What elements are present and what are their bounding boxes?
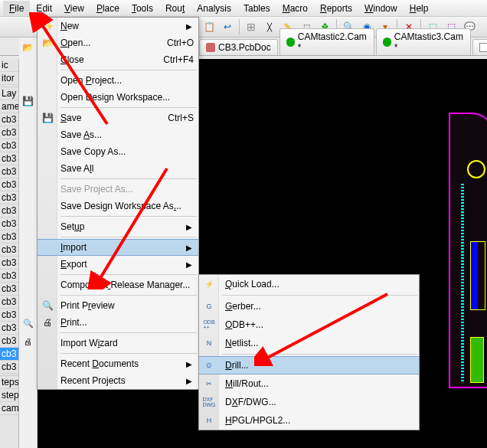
menu-item-print-preview[interactable]: 🔍Print Preview (38, 297, 198, 314)
tab-log-201[interactable]: Log_201 (472, 39, 487, 55)
menu-separator (60, 70, 197, 70)
menu-item-import[interactable]: Import▶ (38, 239, 198, 256)
submenu-item-hpgl-hpgl2[interactable]: HHPGL/HPGL2... (199, 411, 419, 430)
tab-cb3-pcbdoc[interactable]: CB3.PcbDoc (199, 39, 278, 55)
toolbar-btn[interactable]: ↩ (219, 18, 236, 35)
left-item[interactable]: cb3 (0, 152, 18, 165)
menu-item-save-as[interactable]: Save As... (38, 126, 198, 143)
left-item[interactable]: cb3 (0, 335, 18, 348)
left-item[interactable]: cb3 (0, 217, 18, 231)
left-item[interactable]: cb3 (0, 165, 18, 178)
submenu-item-label: Quick Load... (225, 279, 279, 289)
menu-analysis[interactable]: Analysis (191, 1, 237, 16)
submenu-item-mill-rout[interactable]: ✂Mill/Rout... (199, 374, 419, 393)
menu-separator (222, 295, 417, 296)
menu-tools[interactable]: Tools (126, 1, 159, 16)
menu-separator (60, 332, 197, 333)
left-item[interactable]: cb3 (0, 178, 18, 191)
menu-separator (60, 216, 197, 217)
left-item[interactable]: itor (0, 72, 18, 85)
menu-item-print[interactable]: 🖨Print... (38, 314, 198, 331)
menu-separator (222, 354, 417, 355)
menu-place[interactable]: Place (90, 1, 126, 16)
menu-item-label: Save Copy As... (60, 146, 126, 157)
submenu-item-label: Drill... (225, 360, 249, 371)
left-item[interactable]: cb3 (0, 361, 18, 374)
submenu-item-label: Netlist... (225, 338, 258, 348)
menu-help[interactable]: Help (404, 1, 435, 16)
left-item[interactable]: cb3 (0, 244, 18, 257)
menu-item-open[interactable]: 📂Open...Ctrl+O (38, 34, 198, 51)
toolbar-btn[interactable]: ⊞ (243, 18, 260, 35)
submenu-arrow-icon: ▶ (186, 360, 192, 368)
menu-rout[interactable]: Rout (159, 1, 191, 16)
menu-item-save[interactable]: 💾SaveCtrl+S (38, 110, 198, 126)
left-item[interactable]: cb3 (0, 296, 18, 309)
save-icon: 💾 (41, 112, 54, 124)
submenu-arrow-icon: ▶ (186, 260, 192, 269)
menu-edit[interactable]: Edit (30, 1, 58, 16)
left-item[interactable]: cb3 (0, 126, 18, 139)
menu-item-label: Print Preview (60, 300, 115, 311)
menu-item-import-wizard[interactable]: Import Wizard (38, 335, 198, 352)
left-item[interactable]: ame (0, 100, 18, 113)
left-item[interactable]: cam (0, 402, 18, 415)
save-icon[interactable]: 💾 (21, 94, 35, 108)
menu-item-open-design-workspace[interactable]: Open Design Workspace... (38, 89, 198, 106)
left-item[interactable]: cb3 (0, 283, 18, 296)
left-item[interactable]: cb3 (0, 348, 18, 361)
left-item[interactable]: ic (0, 59, 18, 72)
menu-item-export[interactable]: Export▶ (38, 256, 198, 273)
left-item[interactable]: Lay (0, 87, 18, 100)
print-icon[interactable]: 🖨 (21, 335, 35, 348)
menu-item-label: Component Release Manager... (60, 280, 190, 290)
menu-item-label: Save As... (60, 129, 102, 140)
left-item[interactable]: cb3 (0, 270, 18, 283)
left-item[interactable]: cb3 (0, 322, 18, 335)
drill-icon: ⊙ (203, 359, 215, 371)
pcb-outline (449, 113, 487, 388)
submenu-item-label: DXF/DWG... (225, 397, 276, 407)
left-item[interactable]: cb3 (0, 139, 18, 152)
toolbar-btn[interactable]: 📋 (201, 18, 217, 35)
submenu-item-drill[interactable]: ⊙Drill... (199, 356, 419, 374)
submenu-item-quick-load[interactable]: ⚡Quick Load... (199, 275, 419, 293)
toolbar-divider (239, 19, 240, 34)
left-item[interactable]: cb3 (0, 191, 18, 204)
menu-item-save-design-workspace-as[interactable]: Save Design Workspace As... (38, 198, 198, 214)
menu-item-save-all[interactable]: Save All (38, 160, 198, 177)
menu-item-recent-documents[interactable]: Recent Documents▶ (38, 355, 198, 372)
left-item[interactable]: cb3 (0, 257, 18, 270)
preview-icon[interactable]: 🔍 (21, 316, 35, 330)
menu-item-close[interactable]: CloseCtrl+F4 (38, 51, 198, 68)
left-item[interactable]: cb3 (0, 231, 18, 244)
left-item[interactable]: step (0, 389, 18, 402)
toolbar-btn[interactable]: ╳ (261, 18, 278, 35)
left-item[interactable]: cb3 (0, 113, 18, 126)
menu-item-recent-projects[interactable]: Recent Projects▶ (38, 372, 198, 389)
menu-item-setup[interactable]: Setup▶ (38, 218, 198, 235)
menu-separator (60, 353, 197, 354)
submenu-item-dxf-dwg[interactable]: DXFDWGDXF/DWG... (199, 393, 419, 411)
submenu-item-odb[interactable]: ODB++ODB++... (199, 316, 419, 334)
tab-camtastic3-cam-[interactable]: CAMtastic3.Cam * (376, 28, 471, 55)
open-folder-icon[interactable]: 📂 (21, 41, 35, 54)
menu-file[interactable]: File (3, 1, 30, 16)
submenu-item-netlist[interactable]: NNetlist... (199, 334, 419, 352)
left-item[interactable]: cb3 (0, 204, 18, 217)
menu-item-new[interactable]: ✨New▶ (38, 18, 198, 34)
new-icon: ✨ (41, 20, 54, 32)
menu-tables[interactable]: Tables (237, 1, 276, 16)
menu-reports[interactable]: Reports (314, 1, 358, 16)
menu-view[interactable]: View (58, 1, 90, 16)
left-item[interactable]: teps (0, 376, 18, 389)
menu-item-open-project[interactable]: Open Project... (38, 72, 198, 89)
menu-item-component-release-manager[interactable]: Component Release Manager... (38, 276, 198, 293)
menu-item-save-copy-as[interactable]: Save Copy As... (38, 143, 198, 160)
menu-window[interactable]: Window (358, 1, 404, 16)
left-panel: icitorLayamecb3cb3cb3cb3cb3cb3cb3cb3cb3c… (0, 59, 19, 448)
menu-macro[interactable]: Macro (276, 1, 314, 16)
left-item[interactable]: cb3 (0, 309, 18, 322)
tab-camtastic2-cam-[interactable]: CAMtastic2.Cam * (279, 28, 374, 55)
submenu-item-gerber[interactable]: GGerber... (199, 297, 419, 316)
